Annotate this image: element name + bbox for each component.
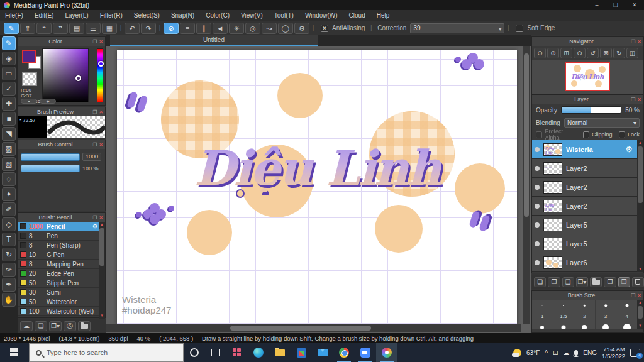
minimize-button[interactable]: – [587,0,606,10]
brush-item[interactable]: 1000 Pencil ⚙ [18,222,100,231]
menu-color[interactable]: Color(C) [206,12,230,19]
temperature[interactable]: 63°F [526,349,540,356]
menu-filter[interactable]: Filter(R) [100,12,123,19]
scroll-up-icon[interactable]: ▲ [99,222,105,228]
brush-item[interactable]: 10 G Pen [18,250,100,260]
brush-size-cell[interactable]: 1.5 [553,300,575,321]
language-indicator[interactable]: ENG [583,349,597,356]
snap-grid-icon[interactable]: ∥ [196,23,211,34]
duplicate-layer-icon[interactable]: ❐ [548,277,560,287]
layer-row[interactable]: Diệu Linh Layer2 [532,197,638,216]
close-icon[interactable]: ✕ [99,109,103,115]
duplicate-brush-icon[interactable]: ❐▾ [49,321,62,331]
layer-row[interactable]: ~ ~ Layer2 [532,159,638,178]
opacity-slider[interactable] [561,106,621,114]
new-layer-icon[interactable]: ❏ [534,277,546,287]
chrome-icon[interactable] [333,343,355,362]
canvas[interactable]: Diệu Linh Wisteria #hoidap247 [117,50,517,324]
weather-icon[interactable] [513,349,521,357]
comment-lines-icon[interactable]: ❞ [53,23,68,34]
visibility-icon[interactable] [535,241,540,246]
zoom-actual-icon[interactable]: ⊙ [534,48,546,58]
shape-brush-tool[interactable]: ▭ [2,67,16,80]
close-icon[interactable]: ✕ [637,293,641,299]
visibility-icon[interactable] [535,204,540,209]
popout-icon[interactable]: ❐ [631,97,635,102]
blending-select[interactable]: Normal ▾ [564,118,640,128]
scrollbar-thumb[interactable] [638,306,643,319]
flip-icon[interactable]: ◫ [626,48,638,58]
canvas-vertical-scrollbar[interactable] [523,46,530,324]
rotate-cw-icon[interactable]: ↻ [613,48,625,58]
zoom-in-icon[interactable]: ⊕ [547,48,559,58]
brush-size-cell[interactable]: 3 [596,300,617,321]
protect-alpha-checkbox[interactable] [536,131,542,138]
layer-row[interactable]: Layer6 [532,253,638,272]
notification-icon[interactable]: 4 [630,349,640,357]
select-pen-tool[interactable]: ✐ [2,202,16,216]
tray-window-icon[interactable]: ⊡ [553,349,558,356]
snap-settings-icon[interactable]: ⚙ [294,23,309,34]
cloud-upload-icon[interactable]: ☁ [20,321,33,331]
brush-item[interactable]: 8 Pen [18,231,100,241]
correction-select[interactable]: 39 ▾ [410,23,504,33]
magic-wand-tool[interactable]: ✦ [2,187,16,201]
brush-item[interactable]: 50 Stipple Pen [18,278,100,288]
close-button[interactable]: ✕ [625,0,644,10]
zoom-out-icon[interactable]: ⊖ [574,48,586,58]
brush-size-cell[interactable] [532,321,553,329]
layer-folder-icon[interactable] [590,277,602,287]
fit-screen-icon[interactable]: ⊞ [560,48,572,58]
brush-size-cell[interactable]: 2 [574,300,596,321]
popout-icon[interactable]: ❐ [92,109,97,115]
brush-size-cell[interactable] [574,321,596,329]
scroll-down-icon[interactable]: ▼ [637,266,643,272]
hue-slider[interactable] [97,48,103,102]
import-layer-icon[interactable]: ❑ [562,277,574,287]
popout-icon[interactable]: ❐ [631,39,635,45]
cells-icon[interactable]: ▦ [102,23,117,34]
popout-icon[interactable]: ❐ [92,215,97,221]
select-eraser-tool[interactable]: ◇ [2,217,16,231]
brush-item[interactable]: 8 Mapping Pen [18,260,100,269]
comment-icon[interactable]: ❝ [36,23,52,34]
rotate-ccw-icon[interactable]: ↺ [587,48,599,58]
brush-size-value[interactable]: 1000 [82,153,101,161]
menu-snap[interactable]: Snap(N) [171,12,194,19]
new-brush-icon[interactable]: ❏ [35,321,47,331]
scroll-down-icon[interactable]: ▼ [99,313,105,319]
scrollbar-thumb[interactable] [99,228,104,266]
move-tool[interactable]: ✚ [2,97,16,111]
brush-size-cell[interactable] [553,321,575,329]
menu-view[interactable]: View(V) [241,12,263,19]
visibility-icon[interactable] [535,185,540,190]
transparent-swatch[interactable] [22,72,37,86]
menu-window[interactable]: Window(W) [305,12,338,19]
menu-edit[interactable]: Edit(E) [35,12,54,19]
dot-pen-tool[interactable]: ✓ [2,82,16,96]
cortana-icon[interactable] [184,343,205,362]
undo-button[interactable]: ↶ [125,23,140,34]
brush-size-scrollbar[interactable]: ▲ ▼ [637,300,643,329]
brush-size-cell[interactable] [596,321,617,329]
sv-cursor[interactable] [75,75,81,81]
file-explorer-icon[interactable] [269,343,291,362]
scroll-down-icon[interactable]: ▼ [637,323,643,329]
delete-layer-icon[interactable] [632,277,644,287]
zoom-app-icon[interactable] [355,343,376,362]
close-icon[interactable]: ✕ [99,142,103,148]
layer-row[interactable]: Layer5 [532,216,638,234]
brush-size-cell[interactable]: 4 [616,300,638,321]
popout-icon[interactable]: ❐ [92,39,97,45]
canvas-horizontal-scrollbar[interactable] [106,324,521,332]
brush-size-cell[interactable]: 1 [532,300,553,321]
merge-layer-icon[interactable]: ❒ [618,277,630,287]
eyedropper-tool[interactable]: ✒ [2,278,16,292]
clock[interactable]: 7:54 AM 1/5/2022 [602,346,625,359]
saturation-value-picker[interactable] [42,48,89,102]
brush-opacity-slider[interactable] [21,165,80,172]
close-icon[interactable]: ✕ [99,39,103,45]
scrollbar-thumb[interactable] [638,146,643,203]
visibility-icon[interactable] [535,222,540,228]
soft-edge-checkbox[interactable]: . [516,25,523,32]
